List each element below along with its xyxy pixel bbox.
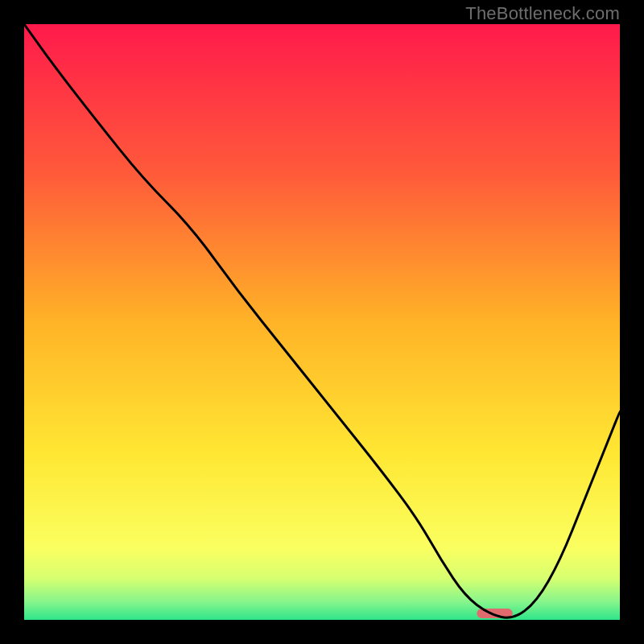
chart-frame: TheBottleneck.com (0, 0, 644, 644)
plot-area (24, 24, 620, 620)
chart-svg (24, 24, 620, 620)
gradient-background (24, 24, 620, 620)
watermark-text: TheBottleneck.com (465, 3, 620, 24)
